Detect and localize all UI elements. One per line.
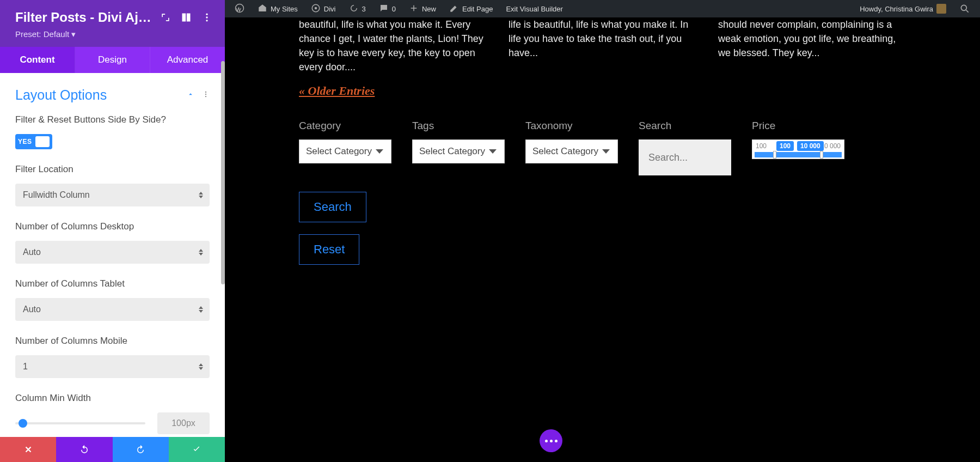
svg-point-7 bbox=[315, 7, 317, 9]
field-label: Filter & Reset Buttons Side By Side? bbox=[15, 114, 210, 126]
tab-advanced[interactable]: Advanced bbox=[150, 47, 225, 73]
col-min-width-slider[interactable] bbox=[15, 422, 145, 424]
post-excerpt: beautiful, life is what you make it. Eve… bbox=[299, 17, 487, 74]
sidebar-footer bbox=[0, 437, 225, 462]
undo-button[interactable] bbox=[56, 437, 112, 462]
module-title: Filter Posts - Divi Ajax Filter... bbox=[15, 10, 152, 25]
tab-design[interactable]: Design bbox=[75, 47, 150, 73]
cols-tablet-select[interactable]: Auto bbox=[15, 298, 210, 321]
svg-point-2 bbox=[206, 20, 207, 21]
post-excerpt: should never complain, complaining is a … bbox=[718, 17, 906, 74]
select-caret-icon bbox=[199, 306, 203, 313]
older-entries-link[interactable]: « Older Entries bbox=[299, 84, 375, 98]
sidebar-tabs: Content Design Advanced bbox=[0, 47, 225, 73]
filter-heading: Category bbox=[299, 120, 391, 132]
select-caret-icon bbox=[199, 249, 203, 256]
my-sites-link[interactable]: My Sites bbox=[252, 0, 303, 17]
settings-sidebar: Filter Posts - Divi Ajax Filter... Prese… bbox=[0, 0, 225, 462]
filter-location-select[interactable]: Fullwidth Column bbox=[15, 184, 210, 206]
price-handle-min[interactable] bbox=[773, 151, 776, 159]
sidebar-header: Filter Posts - Divi Ajax Filter... Prese… bbox=[0, 0, 225, 47]
filter-heading: Tags bbox=[412, 120, 505, 132]
search-button[interactable]: Search bbox=[299, 192, 366, 222]
updates-link[interactable]: 3 bbox=[344, 0, 371, 17]
sidebar-body: Layout Options Filter & Reset Buttons Si… bbox=[0, 73, 225, 437]
page-preview: beautiful, life is what you make it. Eve… bbox=[225, 17, 980, 462]
avatar bbox=[936, 4, 946, 14]
price-handle-max[interactable] bbox=[820, 151, 823, 159]
svg-point-3 bbox=[205, 91, 206, 92]
cols-mobile-select[interactable]: 1 bbox=[15, 355, 210, 378]
section-title: Layout Options bbox=[15, 87, 107, 103]
collapse-icon[interactable] bbox=[187, 90, 194, 100]
side-by-side-toggle[interactable]: YES bbox=[15, 134, 52, 149]
svg-point-5 bbox=[205, 95, 206, 96]
post-excerpt: life is beautiful, life is what you make… bbox=[509, 17, 696, 74]
search-input[interactable] bbox=[639, 139, 731, 175]
field-label: Filter Location bbox=[15, 163, 210, 176]
svg-point-1 bbox=[206, 16, 207, 18]
save-button[interactable] bbox=[169, 437, 225, 462]
section-menu-icon[interactable] bbox=[202, 90, 210, 100]
new-link[interactable]: New bbox=[403, 0, 442, 17]
filter-heading: Search bbox=[639, 120, 731, 132]
wp-logo-icon[interactable] bbox=[229, 0, 250, 17]
svg-point-4 bbox=[205, 93, 206, 94]
cols-desktop-select[interactable]: Auto bbox=[15, 241, 210, 264]
select-caret-icon bbox=[199, 192, 203, 198]
col-min-width-value[interactable]: 100px bbox=[157, 412, 210, 434]
builder-fab[interactable] bbox=[540, 429, 562, 452]
svg-point-0 bbox=[206, 14, 207, 15]
filter-heading: Price bbox=[752, 120, 844, 132]
svg-point-9 bbox=[961, 5, 966, 10]
category-select[interactable]: Select Category bbox=[299, 139, 391, 163]
admin-search-icon[interactable] bbox=[954, 0, 976, 17]
filter-heading: Taxonomy bbox=[525, 120, 618, 132]
field-label: Column Min Width bbox=[15, 392, 210, 405]
cancel-button[interactable] bbox=[0, 437, 56, 462]
scrollbar-thumb[interactable] bbox=[221, 61, 225, 284]
redo-button[interactable] bbox=[113, 437, 169, 462]
toggle-knob bbox=[35, 136, 50, 147]
exit-visual-builder-link[interactable]: Exit Visual Builder bbox=[500, 0, 568, 17]
preset-selector[interactable]: Preset: Default ▾ bbox=[15, 29, 214, 39]
site-link[interactable]: Divi bbox=[305, 0, 341, 17]
edit-page-link[interactable]: Edit Page bbox=[444, 0, 498, 17]
field-label: Number of Columns Tablet bbox=[15, 278, 210, 290]
comments-link[interactable]: 0 bbox=[373, 0, 401, 17]
expand-icon[interactable] bbox=[158, 10, 173, 25]
field-label: Number of Columns Mobile bbox=[15, 335, 210, 348]
field-label: Number of Columns Desktop bbox=[15, 221, 210, 233]
select-caret-icon bbox=[199, 363, 203, 370]
tab-content[interactable]: Content bbox=[0, 47, 75, 73]
taxonomy-select[interactable]: Select Category bbox=[525, 139, 618, 163]
chevron-down-icon bbox=[489, 149, 497, 154]
kebab-icon[interactable] bbox=[200, 10, 214, 25]
price-range-slider[interactable]: 100 10 000 100 10 000 bbox=[752, 139, 844, 159]
reset-button[interactable]: Reset bbox=[299, 234, 359, 265]
tags-select[interactable]: Select Category bbox=[412, 139, 505, 163]
wp-admin-bar: My Sites Divi 3 0 New Edit Page Exit Vis… bbox=[225, 0, 980, 17]
howdy-link[interactable]: Howdy, Christina Gwira bbox=[854, 0, 952, 17]
columns-icon[interactable] bbox=[179, 10, 193, 25]
chevron-down-icon bbox=[376, 149, 383, 154]
chevron-down-icon bbox=[602, 149, 610, 154]
